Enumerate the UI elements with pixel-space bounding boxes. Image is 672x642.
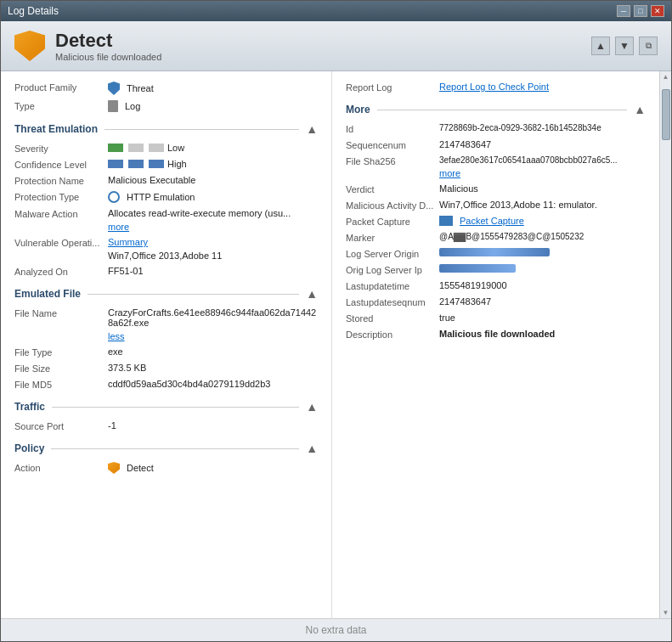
more-collapse[interactable]: ▲ bbox=[634, 103, 646, 116]
severity-bar bbox=[108, 144, 164, 152]
packet-capture-row: Packet Capture Packet Capture bbox=[346, 216, 646, 227]
window-title: Log Details bbox=[8, 5, 59, 17]
file-name-less-link[interactable]: less bbox=[108, 331, 125, 341]
emulated-file-collapse[interactable]: ▲ bbox=[306, 287, 318, 301]
protection-type-value: HTTP Emulation bbox=[108, 191, 318, 203]
file-md5-value: cddf0d59aa5d30c4bd4a0279119dd2b3 bbox=[108, 379, 318, 389]
action-label: Action bbox=[14, 462, 108, 473]
severity-bar-seg1 bbox=[108, 144, 123, 152]
minimize-button[interactable]: ─ bbox=[617, 5, 630, 17]
lastupdateseqnum-label: Lastupdateseqnum bbox=[346, 296, 439, 307]
lastupdatetime-row: Lastupdatetime 1555481919000 bbox=[346, 280, 646, 291]
vulnerable-os-summary-link[interactable]: Summary bbox=[108, 237, 148, 247]
file-size-row: File Size 373.5 KB bbox=[14, 363, 318, 374]
malicious-activity-value: Win7,Office 2013,Adobe 11: emulator. bbox=[439, 200, 646, 210]
scroll-thumb[interactable] bbox=[662, 89, 670, 140]
bottom-text: No extra data bbox=[305, 624, 366, 636]
malware-action-row: Malware Action Allocates read-write-exec… bbox=[14, 208, 318, 232]
policy-section-header: Policy ▲ bbox=[14, 442, 318, 455]
protection-type-row: Protection Type HTTP Emulation bbox=[14, 191, 318, 203]
scrollbar[interactable]: ▲ ▼ bbox=[659, 71, 671, 618]
malware-action-more-link[interactable]: more bbox=[108, 222, 129, 232]
file-name-row: File Name CrazyForCrafts.6e41ee88946c944… bbox=[14, 307, 318, 341]
down-button[interactable]: ▼ bbox=[615, 37, 634, 55]
traffic-divider bbox=[52, 407, 299, 408]
header-controls: ▲ ▼ ⧉ bbox=[591, 37, 658, 55]
stored-value: true bbox=[439, 313, 646, 323]
file-md5-row: File MD5 cddf0d59aa5d30c4bd4a0279119dd2b… bbox=[14, 379, 318, 390]
right-panel-wrap: Report Log Report Log to Check Point Mor… bbox=[332, 71, 671, 618]
protection-name-row: Protection Name Malicious Executable bbox=[14, 175, 318, 186]
left-panel: Product Family Threat Type Log Threat Em… bbox=[1, 71, 332, 618]
file-name-label: File Name bbox=[14, 307, 108, 318]
vulnerable-os-value: Summary Win7,Office 2013,Adobe 11 bbox=[108, 237, 318, 261]
verdict-value: Malicious bbox=[439, 183, 646, 194]
description-value: Malicious file downloaded bbox=[439, 329, 646, 339]
copy-button[interactable]: ⧉ bbox=[639, 37, 658, 55]
orig-log-server-ip-label: Orig Log Server Ip bbox=[346, 264, 439, 275]
scroll-down-arrow[interactable]: ▼ bbox=[663, 609, 669, 617]
source-port-value: -1 bbox=[108, 420, 318, 431]
maximize-button[interactable]: □ bbox=[634, 5, 647, 17]
traffic-title: Traffic bbox=[14, 401, 45, 413]
lastupdatetime-value: 1555481919000 bbox=[439, 280, 646, 290]
close-button[interactable]: ✕ bbox=[651, 5, 664, 17]
header: Detect Malicious file downloaded ▲ ▼ ⧉ bbox=[1, 21, 671, 71]
malicious-activity-row: Malicious Activity D... Win7,Office 2013… bbox=[346, 200, 646, 211]
severity-row: Severity Low bbox=[14, 143, 318, 154]
report-log-link[interactable]: Report Log to Check Point bbox=[439, 82, 549, 92]
report-log-row: Report Log Report Log to Check Point bbox=[346, 82, 646, 93]
up-button[interactable]: ▲ bbox=[591, 37, 610, 55]
file-type-value: exe bbox=[108, 346, 318, 357]
header-subtitle: Malicious file downloaded bbox=[55, 52, 161, 62]
file-md5-label: File MD5 bbox=[14, 379, 108, 390]
packet-capture-value: Packet Capture bbox=[439, 216, 646, 226]
sequencenum-label: Sequencenum bbox=[346, 139, 439, 150]
analyzed-on-row: Analyzed On FF51-01 bbox=[14, 266, 318, 277]
more-section-header: More ▲ bbox=[346, 103, 646, 116]
section-divider bbox=[104, 129, 299, 130]
log-server-origin-value bbox=[439, 248, 646, 256]
orig-log-server-ip-blurred bbox=[439, 264, 516, 273]
type-row: Type Log bbox=[14, 100, 318, 112]
severity-bar-seg3 bbox=[149, 144, 164, 152]
type-label: Type bbox=[14, 100, 108, 111]
file-size-label: File Size bbox=[14, 363, 108, 374]
sequencenum-row: Sequencenum 2147483647 bbox=[346, 139, 646, 150]
window-controls: ─ □ ✕ bbox=[617, 5, 664, 17]
packet-capture-link[interactable]: Packet Capture bbox=[460, 216, 524, 226]
file-type-label: File Type bbox=[14, 346, 108, 358]
description-label: Description bbox=[346, 329, 439, 340]
lastupdatetime-label: Lastupdatetime bbox=[346, 280, 439, 291]
threat-emulation-title: Threat Emulation bbox=[14, 123, 98, 135]
protection-name-value: Malicious Executable bbox=[108, 175, 318, 185]
traffic-collapse[interactable]: ▲ bbox=[306, 400, 318, 414]
malicious-activity-label: Malicious Activity D... bbox=[346, 200, 439, 211]
stored-label: Stored bbox=[346, 313, 439, 324]
policy-collapse[interactable]: ▲ bbox=[306, 442, 318, 455]
more-divider bbox=[377, 110, 627, 110]
threat-shield-icon bbox=[108, 82, 120, 95]
sha256-more-link[interactable]: more bbox=[439, 168, 460, 178]
scroll-up-arrow[interactable]: ▲ bbox=[663, 73, 669, 81]
protection-type-label: Protection Type bbox=[14, 191, 108, 202]
confidence-label: Confidence Level bbox=[14, 159, 108, 170]
product-family-row: Product Family Threat bbox=[14, 82, 318, 95]
conf-bar-seg1 bbox=[108, 160, 123, 168]
log-server-origin-row: Log Server Origin bbox=[346, 248, 646, 259]
policy-title: Policy bbox=[14, 442, 44, 454]
action-row: Action Detect bbox=[14, 462, 318, 474]
threat-emulation-collapse[interactable]: ▲ bbox=[306, 122, 318, 136]
sequencenum-value: 2147483647 bbox=[439, 139, 646, 149]
verdict-row: Verdict Malicious bbox=[346, 183, 646, 194]
id-row: Id 7728869b-2eca-0929-3682-16b14528b34e bbox=[346, 123, 646, 134]
type-value: Log bbox=[108, 100, 318, 112]
detect-shield-icon bbox=[14, 31, 45, 61]
content-area: Product Family Threat Type Log Threat Em… bbox=[1, 71, 671, 618]
lastupdateseqnum-row: Lastupdateseqnum 2147483647 bbox=[346, 296, 646, 307]
marker-row: Marker @A▓▓B@1555479283@C@1505232 bbox=[346, 232, 646, 243]
source-port-row: Source Port -1 bbox=[14, 420, 318, 431]
header-left: Detect Malicious file downloaded bbox=[14, 30, 161, 62]
title-bar: Log Details ─ □ ✕ bbox=[1, 1, 671, 21]
vulnerable-os-label: Vulnerable Operati... bbox=[14, 237, 108, 248]
